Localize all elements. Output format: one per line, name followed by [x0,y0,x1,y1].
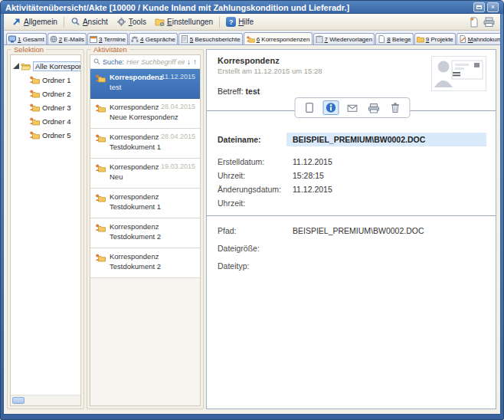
folder-gear-icon [155,17,165,27]
monitor-icon [8,35,16,43]
restore-icon[interactable] [473,2,485,12]
tree-item-alle-korrespondenzen[interactable]: Alle Korrespondenzen [11,59,80,73]
item-subtitle: Testdokument 1 [110,143,161,151]
tree-item-ordner-3[interactable]: Ordner 3 [11,100,80,114]
sort-down-icon[interactable]: ↓ [187,58,191,66]
open-folder-icon [21,61,31,71]
menu-separator [219,17,220,28]
field-pfad: Pfad: BEISPIEL_PREMIUM\BW0002.DOC [218,225,486,236]
correspondence-watermark-image [431,56,486,91]
tree-item-label: Ordner 5 [42,131,71,139]
expand-triangle-icon[interactable] [13,63,19,69]
close-icon[interactable]: × [487,2,499,12]
field-label: Uhrzeit: [218,171,293,180]
scrollbar-thumb[interactable] [12,397,25,404]
print-icon[interactable] [365,100,381,115]
window-controls: × [471,2,499,12]
aktivitaeten-group-label: Aktivitäten [91,45,129,54]
selektion-tree-panel: Alle Korrespondenzen Ordner 1 Ordner 2 [10,54,81,406]
field-value: BEISPIEL_PREMIUM\BW0002.DOC [293,226,424,235]
aktivitaeten-group: Aktivitäten Suche: ↓ ↑ Korrespondenztest [87,49,204,409]
menu-allgemein[interactable]: Allgemein [8,15,61,28]
tab-wiedervorlagen[interactable]: 7 Wiedervorlagen [313,33,375,44]
list-item-6[interactable]: KorrespondenzTestdokument 2 [90,218,200,248]
tree-item-label: Ordner 4 [42,117,71,126]
search-input[interactable] [126,58,185,66]
tab-termine[interactable]: 3 Termine [87,33,128,44]
betreff-value: test [246,87,260,96]
tree-item-ordner-2[interactable]: Ordner 2 [11,87,80,100]
tab-e-mails[interactable]: 2 E-Mails [47,33,87,44]
field-uhrzeit-geaendert: Uhrzeit: [218,198,486,208]
folder-person-icon [95,222,106,244]
main-content: Selektion Alle Korrespondenzen Ordner 1 [4,45,500,414]
clipboard-icon [316,35,323,43]
menu-einstellungen[interactable]: Einstellungen [151,15,217,28]
menubar-right-icons [469,17,496,28]
list-item-1[interactable]: Korrespondenztest 11.12.2015 [90,69,200,99]
list-item-3[interactable]: KorrespondenzTestdokument 1 28.04.2015 [90,129,200,159]
client-area: Allgemein Ansicht Tools Einstellungen ? … [4,14,500,414]
folder-person-icon [29,116,40,126]
tree-item-ordner-1[interactable]: Ordner 1 [11,73,80,87]
list-item-2[interactable]: KorrespondenzNeue Korrespondenz 28.04.20… [90,99,200,129]
field-value: 15:28:15 [293,171,324,180]
titlebar: Aktivitätenübersicht/Akte [10000 / Kunde… [1,1,503,14]
sort-up-icon[interactable]: ↑ [193,58,197,66]
horizontal-scrollbar[interactable] [11,395,80,405]
menu-tools[interactable]: Tools [113,15,150,28]
item-title: Korrespondenz [110,133,161,141]
field-aenderungsdatum: Änderungsdatum: 11.12.2015 [218,184,486,195]
report-icon [181,35,188,43]
field-dateiname: Dateiname: BEISPIEL_PREMIUM\BW0002.DOC [218,133,486,146]
print-icon[interactable] [483,17,495,27]
selektion-group-label: Selektion [11,45,46,54]
tab-besuchsberichte[interactable]: 5 Besuchsberichte [178,33,243,44]
item-date: 19.03.2015 [161,162,195,170]
correspondence-list: Korrespondenztest 11.12.2015 Korresponde… [90,69,200,405]
phone-icon [131,35,139,43]
page-icon [378,35,385,43]
tab-mahndokumente[interactable]: Mahndokumente [457,33,500,44]
mail-icon[interactable] [344,100,360,115]
menu-hilfe[interactable]: ? Hilfe [222,15,257,28]
folder-tree: Alle Korrespondenzen Ordner 1 Ordner 2 [11,55,80,142]
field-value-highlighted[interactable]: BEISPIEL_PREMIUM\BW0002.DOC [286,133,486,146]
calendar-icon [90,35,97,43]
restore-glyph [476,5,482,9]
list-item-5[interactable]: KorrespondenzTestdokument 1 [90,189,200,218]
folder-icon [417,35,424,43]
list-item-4[interactable]: KorrespondenzNeu 19.03.2015 [90,159,200,189]
folder-person-icon [95,252,106,274]
menu-ansicht[interactable]: Ansicht [67,15,112,28]
new-document-icon[interactable] [469,17,479,28]
tree-item-ordner-5[interactable]: Ordner 5 [11,128,80,142]
globe-icon [50,35,57,43]
info-icon[interactable] [322,100,339,115]
tree-item-label: Ordner 2 [42,90,71,98]
folder-person-icon [95,192,106,214]
document-toolbar [294,97,410,118]
list-item-7[interactable]: KorrespondenzTestdokument 2 [90,248,200,278]
tree-item-label: Alle Korrespondenzen [33,61,80,71]
tree-item-ordner-4[interactable]: Ordner 4 [11,114,80,128]
tab-projekte[interactable]: 9 Projekte [414,33,456,44]
tab-belege[interactable]: 8 Belege [375,33,414,44]
field-label: Uhrzeit: [218,199,293,208]
tree-item-label: Ordner 1 [42,76,71,84]
item-title: Korrespondenz [110,222,161,231]
tab-gespraeche[interactable]: 4 Gespräche [129,33,178,44]
tab-korrespondenzen[interactable]: 6 Korrespondenzen [244,32,313,45]
item-subtitle: Testdokument 2 [110,232,161,241]
window-title: Aktivitätenübersicht/Akte [10000 / Kunde… [5,3,349,12]
tab-gesamt[interactable]: 1 Gesamt [6,33,47,44]
document-icon[interactable] [301,100,317,115]
field-label: Erstelldatum: [218,157,293,166]
field-uhrzeit-erstellt: Uhrzeit: 15:28:15 [218,170,486,181]
folder-person-icon [29,89,40,98]
folder-person-icon [29,75,40,84]
trash-icon[interactable] [387,100,403,115]
help-icon: ? [226,17,236,27]
folder-person-icon [95,73,106,94]
pen-document-icon [459,35,466,43]
